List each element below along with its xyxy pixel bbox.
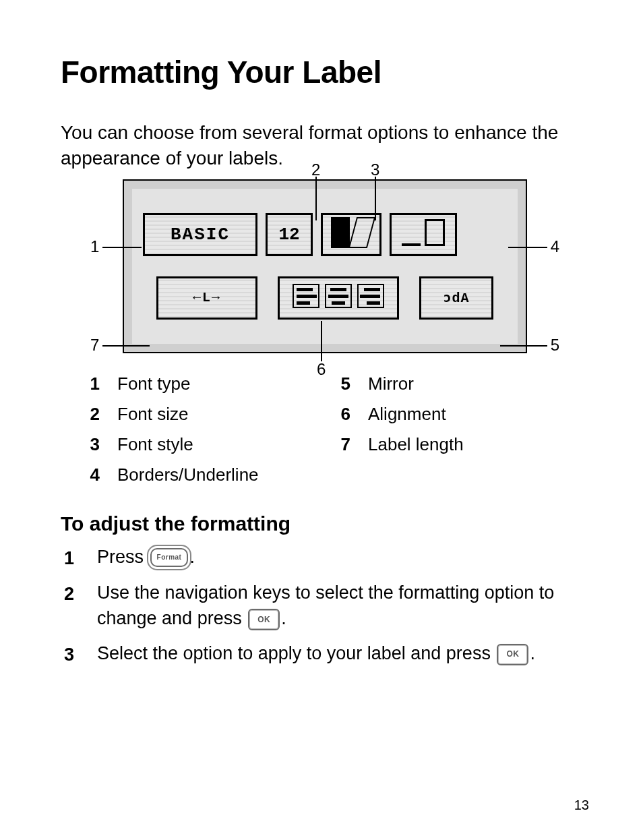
legend-item: 6Alignment (338, 404, 562, 425)
screen-alignment-icon (278, 276, 399, 320)
step-text: Use the navigation keys to select the fo… (97, 582, 554, 628)
screen-font-type: BASIC (143, 213, 257, 256)
align-icons (290, 284, 387, 311)
legend-item: 2Font size (88, 404, 311, 425)
intro-paragraph: You can choose from several format optio… (61, 120, 589, 171)
screen-font-style-icon (321, 213, 381, 256)
page-number: 13 (574, 798, 589, 813)
bold-italic-icon (330, 217, 373, 251)
underline-box-icon (400, 219, 447, 249)
step-number: 1 (61, 545, 74, 572)
step-number: 3 (61, 641, 74, 668)
screen-mirror: ɔdA (419, 276, 493, 320)
page-heading: Formatting Your Label (61, 54, 589, 90)
figure-legend: 1Font type 5Mirror 2Font size 6Alignment… (88, 373, 562, 485)
ok-key-icon: OK (497, 644, 528, 665)
instruction-steps: 1 Press Format. 2 Use the navigation key… (61, 545, 589, 668)
legend-item: 1Font type (88, 373, 311, 394)
legend-item: 5Mirror (338, 373, 562, 394)
callout-1: 1 (90, 237, 99, 256)
callout-7: 7 (90, 336, 99, 355)
lcd-figure: 2 3 1 4 7 5 6 BASIC 12 (123, 179, 527, 353)
callout-5: 5 (551, 336, 559, 355)
screen-borders-icon (390, 213, 457, 256)
subheading: To adjust the formatting (61, 512, 589, 535)
step-number: 2 (61, 580, 74, 607)
step-text: . (189, 547, 195, 567)
callout-4: 4 (551, 237, 559, 256)
format-key-icon: Format (150, 548, 189, 567)
step-text: Press (97, 547, 149, 567)
ok-key-icon: OK (248, 609, 280, 630)
step-text: . (530, 643, 535, 663)
legend-item: 4Borders/Underline (88, 464, 311, 485)
callout-6: 6 (317, 360, 326, 379)
screen-font-size: 12 (266, 213, 313, 256)
legend-item: 3Font style (88, 434, 311, 455)
step-text: . (281, 608, 286, 628)
step-text: Select the option to apply to your label… (97, 643, 495, 663)
legend-item: 7Label length (338, 434, 562, 455)
screen-label-length: ←L→ (156, 276, 257, 320)
